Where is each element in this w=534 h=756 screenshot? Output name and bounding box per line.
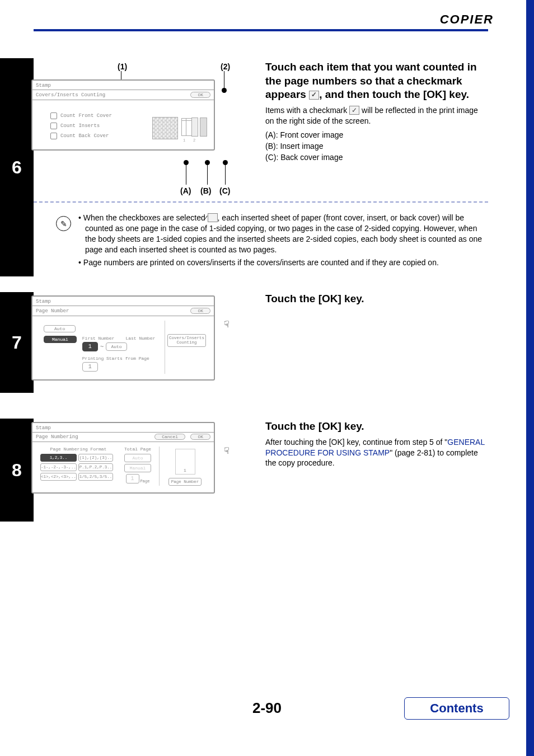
page-unit: Page <box>140 479 150 483</box>
panel-tab: Stamp <box>32 423 214 432</box>
format-label: Page Numbering Format <box>40 447 116 452</box>
step-number-6: 6 <box>0 58 34 276</box>
callout-dot <box>184 160 189 165</box>
callout-line <box>225 162 226 185</box>
note-bullets: • When the checkboxes are selected , eac… <box>78 213 485 270</box>
checkbox-icon[interactable] <box>50 133 57 139</box>
cancel-button[interactable]: Cancel <box>154 434 185 440</box>
step6-heading: Touch each item that you want counted in… <box>265 60 488 102</box>
panel-tab: Stamp <box>32 81 214 90</box>
step8-subtext: After touching the [OK] key, continue fr… <box>265 437 488 469</box>
step6-subtext: Items with a checkmark will be reflected… <box>265 105 488 126</box>
label: Count Inserts <box>60 123 100 129</box>
ok-button[interactable]: OK <box>190 308 210 314</box>
checkmark-icon <box>309 91 319 100</box>
label-c: (C): Back cover image <box>265 152 488 163</box>
label: Count Front Cover <box>60 113 112 119</box>
step8-heading: Touch the [OK] key. <box>265 420 488 434</box>
total-manual-button[interactable]: Manual <box>124 464 151 472</box>
callout-1: (1) <box>118 62 127 71</box>
format-option-5[interactable]: <1>,<2>,<3>,.. <box>40 473 77 481</box>
step6-description: Touch each item that you want counted in… <box>265 60 488 163</box>
right-blue-edge <box>526 0 534 756</box>
step-number-8: 8 <box>0 419 34 522</box>
total-auto-button[interactable]: Auto <box>124 454 151 462</box>
panel-title: Covers/Inserts Counting <box>36 92 105 98</box>
label-b: (B): Insert image <box>265 141 488 152</box>
auto-button[interactable]: Auto <box>44 325 76 332</box>
checkmark-icon <box>208 213 218 222</box>
covers-inserts-button[interactable]: Covers/Inserts Counting <box>167 334 206 347</box>
range-separator: ~ <box>100 344 104 350</box>
callout-line <box>207 162 208 185</box>
note-icon: ✎ <box>56 216 71 231</box>
ok-button[interactable]: OK <box>190 92 210 98</box>
page-number-button[interactable]: Page Number <box>168 478 202 486</box>
section-header: COPIER <box>440 12 494 27</box>
step7-description: Touch the [OK] key. <box>265 292 488 306</box>
step7-heading: Touch the [OK] key. <box>265 292 488 306</box>
format-option-1[interactable]: 1,2,3.. <box>40 454 77 462</box>
ui-panel-page-number: Stamp Page Number OK Auto Manual First N… <box>31 295 215 381</box>
checkbox-icon[interactable] <box>50 112 57 119</box>
ui-panel-page-numbering: Stamp Page Numbering Cancel OK Page Numb… <box>31 422 215 494</box>
first-number-label: First Number <box>82 336 115 341</box>
callout-c: (C) <box>219 186 230 195</box>
touch-hand-icon: ☟ <box>224 445 229 456</box>
callout-line <box>186 162 186 185</box>
touch-hand-icon: ☟ <box>224 319 229 330</box>
bullet-2: • Page numbers are printed on covers/ins… <box>78 257 485 268</box>
format-option-3[interactable]: -1-,-2-,-3-,.. <box>40 463 77 471</box>
printing-starts-label: Printing Starts from Page <box>82 356 155 361</box>
preview-illustration: 1 2 <box>152 105 208 144</box>
label-a: (A): Front cover image <box>265 130 488 140</box>
callout-dot <box>222 88 227 93</box>
total-page-label: Total Page <box>121 447 154 452</box>
ui-panel-covers-inserts: Stamp Covers/Inserts Counting OK Count F… <box>31 79 215 151</box>
auto-last-button[interactable]: Auto <box>106 342 127 351</box>
panel-tab: Stamp <box>32 297 214 306</box>
callout-dot <box>205 160 210 165</box>
start-page-value[interactable]: 1 <box>82 362 98 372</box>
step-number-7: 7 <box>0 292 34 393</box>
header-rule <box>34 29 488 31</box>
panel-title: Page Numbering <box>36 434 78 440</box>
page-value[interactable]: 1 <box>126 474 139 483</box>
first-number-value[interactable]: 1 <box>82 342 98 351</box>
bullet-1: • When the checkboxes are selected , eac… <box>78 213 485 255</box>
callout-b: (B) <box>200 186 211 195</box>
format-option-4[interactable]: P.1,P.2,P.3.. <box>78 463 113 471</box>
label: Count Back Cover <box>60 133 109 139</box>
format-option-2[interactable]: (1),(2),(3).. <box>78 454 113 462</box>
preview-thumbnail: 1 <box>175 449 195 475</box>
checkmark-icon <box>349 106 359 115</box>
callout-a: (A) <box>180 186 191 195</box>
format-option-6[interactable]: 1/5,2/5,3/5.. <box>78 473 113 481</box>
option-count-back[interactable]: Count Back Cover <box>50 133 148 139</box>
option-count-front[interactable]: Count Front Cover <box>50 112 148 119</box>
option-count-inserts[interactable]: Count Inserts <box>50 123 148 129</box>
contents-button[interactable]: Contents <box>404 697 509 720</box>
manual-button[interactable]: Manual <box>44 336 77 343</box>
last-number-label: Last Number <box>125 336 155 341</box>
dashed-divider <box>34 201 488 203</box>
callout-line <box>224 71 224 88</box>
ok-button[interactable]: OK <box>190 434 210 440</box>
checkbox-icon[interactable] <box>50 123 57 129</box>
step8-description: Touch the [OK] key. After touching the [… <box>265 420 488 468</box>
panel-title: Page Number <box>36 308 69 314</box>
preview-value: 1 <box>176 468 195 473</box>
callout-dot <box>223 160 228 165</box>
callout-2: (2) <box>221 62 230 71</box>
